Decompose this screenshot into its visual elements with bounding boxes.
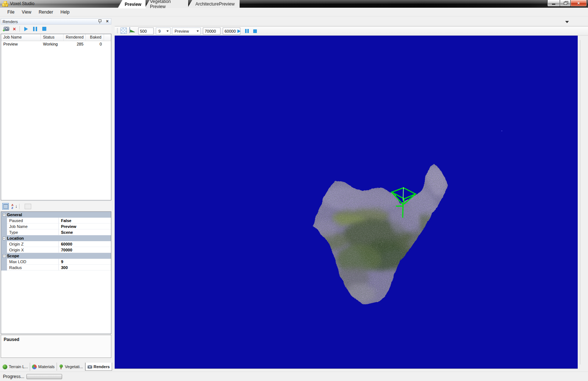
sort-arrow-icon: ↓ [15, 204, 17, 209]
chevron-down-icon [166, 30, 169, 32]
menu-view[interactable]: View [18, 8, 35, 16]
start-preview-button[interactable] [235, 28, 243, 34]
renders-panel-title: Renders [3, 19, 18, 24]
col-job-name[interactable]: Job Name [1, 34, 41, 41]
property-row-radius[interactable]: Radius 300 [1, 265, 111, 271]
tab-overflow-dropdown-icon[interactable] [565, 21, 569, 23]
pin-icon[interactable] [98, 19, 102, 24]
minimize-icon [552, 4, 555, 5]
menu-help[interactable]: Help [57, 8, 74, 16]
toolbar-separator [19, 26, 20, 32]
property-row-type[interactable]: Type Scene [1, 229, 111, 235]
table-header: Job Name Status Rendered Baked [1, 34, 111, 41]
close-button[interactable]: × [570, 0, 587, 7]
categorized-view-button[interactable] [2, 203, 9, 210]
add-render-job-button[interactable]: + [3, 26, 10, 32]
panel-tab-strip: Terrain L... Materials Vegetati... Rende… [1, 363, 113, 371]
terrain-render [115, 36, 578, 369]
toolbar-grip[interactable] [117, 28, 118, 33]
gutter-line [580, 40, 580, 364]
materials-icon [32, 364, 37, 369]
cell-job-name: Preview [1, 41, 41, 48]
property-grid: − General Paused False Job Name Preview … [1, 211, 111, 334]
close-icon: × [577, 1, 580, 6]
property-row-job-name[interactable]: Job Name Preview [1, 224, 111, 229]
collapse-icon[interactable]: − [3, 237, 6, 240]
status-bar: Progress... [0, 371, 588, 381]
property-description-title: Paused [4, 337, 19, 342]
alphabetical-sort-button[interactable]: A Z ↓ [11, 203, 17, 210]
window-title: Voxel Studio [10, 1, 35, 6]
minimize-button[interactable] [547, 0, 560, 7]
col-rendered[interactable]: Rendered [64, 34, 86, 41]
viewport-right-gutter [578, 36, 588, 369]
doc-tab-preview[interactable]: Preview [118, 0, 146, 8]
col-baked[interactable]: Baked [86, 34, 104, 41]
category-location[interactable]: − Location [1, 235, 111, 241]
cell-rendered: 285 [64, 41, 86, 48]
sort-z-glyph: Z [11, 206, 13, 210]
doc-tab-architecture-preview[interactable]: ArchitecturePreview [187, 0, 240, 8]
property-row-paused[interactable]: Paused False [1, 218, 111, 224]
category-scope[interactable]: − Scope [1, 253, 111, 259]
mode-combo[interactable]: Preview [172, 28, 201, 35]
stop-job-button[interactable] [42, 27, 46, 31]
col-status[interactable]: Status [41, 34, 64, 41]
collapse-icon[interactable]: − [3, 254, 6, 258]
progress-label: Progress... [3, 374, 24, 379]
restore-icon [564, 2, 567, 5]
menu-file[interactable]: File [4, 8, 18, 16]
plus-icon: + [3, 28, 5, 33]
start-job-button[interactable] [24, 27, 28, 31]
delete-render-job-button[interactable]: × [13, 26, 16, 32]
property-row-origin-x[interactable]: Origin X 70000 [1, 247, 111, 253]
title-bar[interactable]: Voxel Studio × [0, 0, 588, 8]
render-jobs-table: Job Name Status Rendered Baked Preview W… [1, 34, 111, 200]
panel-close-icon[interactable]: × [105, 19, 110, 24]
cell-status: Working [41, 41, 64, 48]
stop-preview-button[interactable] [251, 28, 259, 34]
3d-viewport[interactable] [115, 36, 578, 369]
category-general[interactable]: − General [1, 212, 111, 218]
pause-preview-button[interactable] [243, 28, 251, 34]
chevron-down-icon [197, 30, 199, 32]
renders-icon [87, 365, 92, 369]
toolbar-separator [19, 204, 19, 209]
cell-baked: 0 [86, 41, 104, 48]
checkerboard-icon[interactable] [121, 28, 127, 34]
pause-job-button[interactable] [33, 27, 37, 31]
property-row-max-lod[interactable]: Max LOD 9 [1, 259, 111, 265]
doc-tab-vegetation-preview[interactable]: Vegetation Preview [145, 0, 188, 8]
restore-button[interactable] [560, 0, 571, 7]
image-icon[interactable] [129, 27, 130, 33]
menu-bar: File View Render Help [0, 8, 588, 17]
application-window: Voxel Studio × File View Render Help Ren… [0, 0, 588, 381]
toolbar-field-1[interactable] [138, 28, 154, 35]
property-pages-button [25, 204, 31, 209]
app-icon [2, 1, 8, 7]
progress-bar [26, 374, 62, 379]
renders-toolbar: + × [1, 25, 111, 33]
preview-toolbar: 9 Preview [115, 26, 588, 36]
tab-materials[interactable]: Materials [30, 363, 57, 371]
property-grid-toolbar: A Z ↓ [1, 202, 111, 211]
tab-terrain[interactable]: Terrain L... [1, 363, 30, 371]
tab-renders[interactable]: Renders [85, 363, 112, 371]
tab-vegetation[interactable]: Vegetati... [57, 363, 85, 371]
renders-panel-caption[interactable]: Renders × [1, 18, 111, 25]
menu-render[interactable]: Render [35, 8, 57, 16]
table-row[interactable]: Preview Working 285 0 [1, 41, 111, 48]
property-description-box: Paused [1, 335, 111, 358]
terrain-icon [3, 364, 7, 369]
lod-combo[interactable]: 9 [156, 28, 171, 35]
vegetation-icon [59, 364, 64, 369]
categorized-icon [3, 204, 8, 209]
property-row-origin-z[interactable]: Origin Z 60000 [1, 241, 111, 247]
toolbar-field-2[interactable] [203, 28, 220, 35]
document-tab-strip [115, 18, 588, 26]
collapse-icon[interactable]: − [3, 213, 6, 217]
viewport-speck [501, 130, 502, 131]
